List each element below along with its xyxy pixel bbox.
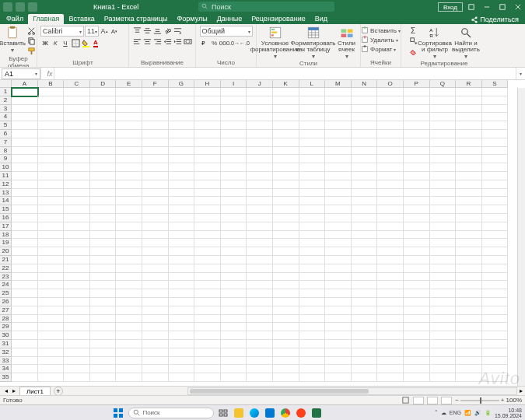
column-header[interactable]: B <box>38 80 65 88</box>
cell[interactable] <box>142 105 169 114</box>
cell[interactable] <box>142 147 169 156</box>
cell[interactable] <box>430 348 457 357</box>
cell[interactable] <box>38 155 65 163</box>
cell[interactable] <box>404 331 430 340</box>
cell[interactable] <box>221 373 247 382</box>
cell[interactable] <box>456 155 482 163</box>
cell[interactable] <box>38 256 65 264</box>
cell[interactable] <box>377 340 404 348</box>
cell[interactable] <box>169 331 195 340</box>
cell[interactable] <box>299 365 326 373</box>
cell[interactable] <box>299 298 326 306</box>
cell[interactable] <box>404 105 430 114</box>
cell[interactable] <box>299 231 326 240</box>
cell[interactable] <box>12 273 38 282</box>
cell[interactable] <box>247 348 273 357</box>
cell[interactable] <box>430 331 457 340</box>
column-header[interactable]: C <box>64 80 90 88</box>
row-header[interactable]: 2 <box>0 96 12 105</box>
column-header[interactable]: H <box>194 80 221 88</box>
cell[interactable] <box>194 214 221 222</box>
cell[interactable] <box>64 155 90 163</box>
cell[interactable] <box>456 121 482 130</box>
cell[interactable] <box>38 298 65 306</box>
cell[interactable] <box>116 273 142 282</box>
cell[interactable] <box>325 348 352 357</box>
cell[interactable] <box>38 222 65 231</box>
cell[interactable] <box>12 247 38 256</box>
cell[interactable] <box>169 273 195 282</box>
cell[interactable] <box>404 205 430 214</box>
cell[interactable] <box>352 273 378 282</box>
cell[interactable] <box>38 88 65 96</box>
cell[interactable] <box>169 357 195 366</box>
cell[interactable] <box>273 348 299 357</box>
cell[interactable] <box>430 373 457 382</box>
cell[interactable] <box>12 340 38 348</box>
cell[interactable] <box>221 113 247 121</box>
cell[interactable] <box>90 189 117 198</box>
cell[interactable] <box>299 340 326 348</box>
cell[interactable] <box>404 147 430 156</box>
cell[interactable] <box>247 239 273 247</box>
cell[interactable] <box>273 298 299 306</box>
cell[interactable] <box>325 105 352 114</box>
cell[interactable] <box>90 331 117 340</box>
start-button[interactable] <box>111 408 125 418</box>
decrease-decimal-icon[interactable]: ←.0 <box>240 38 250 47</box>
cell[interactable] <box>404 239 430 247</box>
cell[interactable] <box>169 340 195 348</box>
cell[interactable] <box>482 147 509 156</box>
cell[interactable] <box>194 340 221 348</box>
cell[interactable] <box>404 348 430 357</box>
cell[interactable] <box>404 113 430 121</box>
cell[interactable] <box>247 214 273 222</box>
cell[interactable] <box>352 281 378 289</box>
cell[interactable] <box>273 264 299 273</box>
cell[interactable] <box>273 323 299 331</box>
cell[interactable] <box>456 130 482 138</box>
cell[interactable] <box>430 323 457 331</box>
cell[interactable] <box>169 365 195 373</box>
cell[interactable] <box>12 331 38 340</box>
cell[interactable] <box>247 373 273 382</box>
cell[interactable] <box>247 315 273 324</box>
cell[interactable] <box>169 113 195 121</box>
cell[interactable] <box>64 323 90 331</box>
cell[interactable] <box>404 357 430 366</box>
cell[interactable] <box>377 113 404 121</box>
wrap-text-icon[interactable] <box>173 26 182 35</box>
cell[interactable] <box>325 331 352 340</box>
cell[interactable] <box>430 96 457 105</box>
cell[interactable] <box>377 247 404 256</box>
cell[interactable] <box>247 205 273 214</box>
cell[interactable] <box>482 222 509 231</box>
cell[interactable] <box>377 298 404 306</box>
save-icon[interactable] <box>3 2 12 12</box>
cell[interactable] <box>377 205 404 214</box>
cell[interactable] <box>194 306 221 315</box>
cell[interactable] <box>90 96 117 105</box>
cell[interactable] <box>142 88 169 96</box>
cell[interactable] <box>456 239 482 247</box>
cell[interactable] <box>377 373 404 382</box>
cell[interactable] <box>482 130 509 138</box>
cell[interactable] <box>38 357 65 366</box>
cell[interactable] <box>116 96 142 105</box>
cell[interactable] <box>456 289 482 298</box>
column-header[interactable]: F <box>142 80 169 88</box>
cell[interactable] <box>404 222 430 231</box>
cell[interactable] <box>12 214 38 222</box>
cell[interactable] <box>64 222 90 231</box>
cell[interactable] <box>38 197 65 205</box>
fx-icon[interactable]: fx <box>47 70 53 78</box>
cell[interactable] <box>116 340 142 348</box>
cell[interactable] <box>377 239 404 247</box>
cell[interactable] <box>273 205 299 214</box>
cell[interactable] <box>38 96 65 105</box>
cell[interactable] <box>64 214 90 222</box>
cell[interactable] <box>273 197 299 205</box>
cell[interactable] <box>299 180 326 189</box>
cell[interactable] <box>325 231 352 240</box>
cell[interactable] <box>12 315 38 324</box>
